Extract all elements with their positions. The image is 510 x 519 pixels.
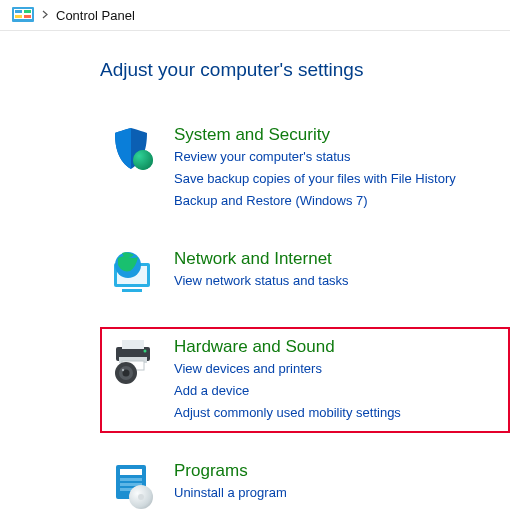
page-title: Adjust your computer's settings (100, 59, 510, 81)
svg-rect-23 (120, 478, 142, 481)
category-sublink[interactable]: Uninstall a program (174, 484, 287, 503)
globe-icon (108, 247, 160, 299)
category-title-link[interactable]: System and Security (174, 125, 456, 145)
category-body: Network and Internet View network status… (174, 247, 349, 291)
category-sublink[interactable]: View network status and tasks (174, 272, 349, 291)
category-title-link[interactable]: Network and Internet (174, 249, 349, 269)
svg-rect-5 (24, 15, 31, 18)
category-sublink[interactable]: Review your computer's status (174, 148, 456, 167)
svg-rect-2 (15, 10, 22, 13)
category-sublink[interactable]: Add a device (174, 382, 401, 401)
chevron-right-icon (42, 10, 48, 21)
category-title-link[interactable]: Hardware and Sound (174, 337, 401, 357)
category-sublink[interactable]: View devices and printers (174, 360, 401, 379)
printer-icon (108, 335, 160, 387)
breadcrumb-location[interactable]: Control Panel (56, 8, 135, 23)
svg-point-20 (122, 369, 124, 371)
category-title-link[interactable]: Programs (174, 461, 287, 481)
category-sublink[interactable]: Adjust commonly used mobility settings (174, 404, 401, 423)
svg-rect-10 (122, 289, 142, 292)
shield-icon (108, 123, 160, 175)
category-system-security: System and Security Review your computer… (100, 115, 510, 221)
content-area: Adjust your computer's settings System a… (0, 31, 510, 519)
control-panel-icon (12, 7, 34, 23)
category-body: System and Security Review your computer… (174, 123, 456, 211)
svg-rect-3 (24, 10, 31, 13)
category-hardware-sound: Hardware and Sound View devices and prin… (100, 327, 510, 433)
category-network-internet: Network and Internet View network status… (100, 239, 510, 309)
svg-point-16 (144, 349, 147, 352)
category-body: Programs Uninstall a program (174, 459, 287, 503)
svg-rect-13 (122, 340, 144, 349)
svg-rect-22 (120, 469, 142, 475)
svg-rect-4 (15, 15, 22, 18)
category-sublink[interactable]: Backup and Restore (Windows 7) (174, 192, 456, 211)
category-programs: Programs Uninstall a program (100, 451, 510, 519)
category-body: Hardware and Sound View devices and prin… (174, 335, 401, 423)
svg-point-27 (138, 494, 144, 500)
breadcrumb-bar: Control Panel (0, 0, 510, 31)
svg-point-7 (133, 150, 153, 170)
category-list: System and Security Review your computer… (100, 115, 510, 519)
programs-icon (108, 459, 160, 511)
category-sublink[interactable]: Save backup copies of your files with Fi… (174, 170, 456, 189)
